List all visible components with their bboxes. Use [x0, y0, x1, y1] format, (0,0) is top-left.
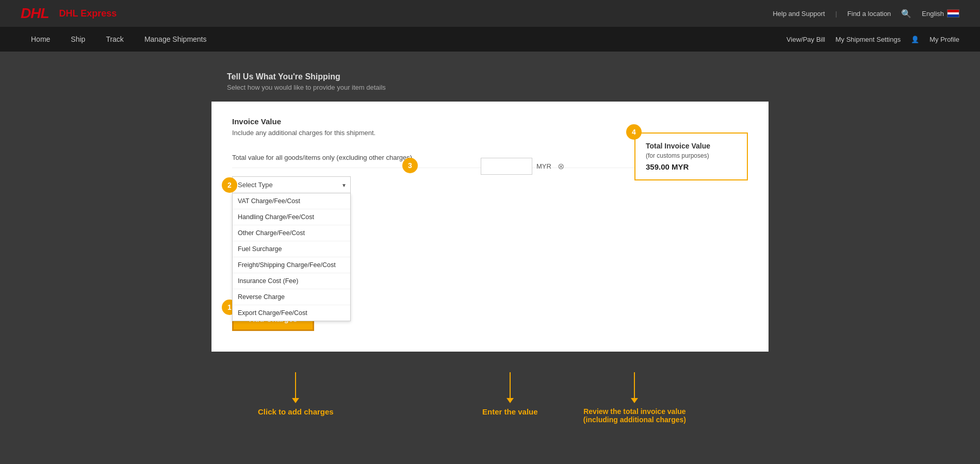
brand-name: DHL Express — [59, 8, 117, 19]
select-type-dropdown[interactable]: Select Type — [232, 176, 351, 193]
flag-icon — [947, 9, 959, 18]
bottom-annotations: Click to add charges Enter the value Rev… — [211, 362, 769, 439]
section-title: Invoice Value — [232, 117, 748, 126]
dropdown-freight[interactable]: Freight/Shipping Charge/Fee/Cost — [233, 257, 350, 273]
view-pay-bill-link[interactable]: View/Pay Bill — [787, 36, 825, 43]
annotation-3: 3 — [402, 158, 418, 173]
dropdown-vat[interactable]: VAT Charge/Fee/Cost — [233, 193, 350, 209]
shipment-settings-link[interactable]: My Shipment Settings — [836, 36, 901, 43]
content-area: Tell Us What You're Shipping Select how … — [211, 62, 769, 443]
annotation-2: 2 — [222, 177, 237, 193]
top-right-nav: Help and Support | Find a location 🔍 Eng… — [773, 9, 959, 19]
nav-manage-shipments[interactable]: Manage Shipments — [134, 27, 217, 52]
goods-label: Total value for all goods/items only (ex… — [232, 154, 699, 161]
dropdown-reverse[interactable]: Reverse Charge — [233, 289, 350, 305]
ann-review-arrow-line — [634, 372, 635, 398]
language-selector[interactable]: English — [922, 9, 959, 18]
separator: | — [835, 10, 837, 18]
dropdown-fuel[interactable]: Fuel Surcharge — [233, 241, 350, 257]
dropdown-menu: VAT Charge/Fee/Cost Handling Charge/Fee/… — [232, 193, 351, 321]
annotation-4: 4 — [626, 124, 642, 140]
dropdown-other[interactable]: Other Charge/Fee/Cost — [233, 225, 350, 241]
value-currency: MYR — [536, 162, 551, 170]
ann-click-add-container: Click to add charges — [258, 372, 334, 416]
ann-enter-arrow-head — [507, 398, 514, 403]
nav-ship[interactable]: Ship — [60, 27, 95, 52]
page-header: Tell Us What You're Shipping Select how … — [211, 62, 769, 102]
ann-review-arrow-head — [631, 398, 638, 403]
search-icon[interactable]: 🔍 — [901, 9, 911, 19]
total-invoice-box: 4 Total Invoice Value (for customs purpo… — [634, 132, 748, 180]
user-icon: 👤 — [911, 36, 919, 43]
nav-left: Home Ship Track Manage Shipments — [21, 27, 217, 52]
nav-home[interactable]: Home — [21, 27, 60, 52]
dropdown-export[interactable]: Export Charge/Fee/Cost — [233, 305, 350, 321]
ann-click-text: Click to add charges — [258, 407, 334, 416]
select-type-wrapper[interactable]: Select Type ▼ VAT Charge/Fee/Cost Handli… — [232, 176, 351, 193]
nav-right: View/Pay Bill My Shipment Settings 👤 My … — [787, 36, 959, 43]
page-subtitle: Select how you would like to provide you… — [227, 84, 753, 91]
nav-bar: Home Ship Track Manage Shipments View/Pa… — [0, 27, 980, 52]
find-location-link[interactable]: Find a location — [847, 10, 891, 18]
ann-review-text: Review the total invoice value(including… — [583, 407, 686, 424]
remove-charge-button[interactable]: ⊗ — [556, 159, 566, 173]
help-support-link[interactable]: Help and Support — [773, 10, 825, 18]
invoice-card: Invoice Value Include any additional cha… — [211, 102, 769, 352]
value-input[interactable] — [481, 158, 532, 175]
logo-area: DHL DHL Express — [21, 5, 117, 22]
lang-label: English — [922, 10, 944, 18]
dropdown-handling[interactable]: Handling Charge/Fee/Cost — [233, 209, 350, 225]
value-input-wrapper: MYR ⊗ — [481, 158, 566, 175]
total-invoice-title: Total Invoice Value — [646, 142, 737, 150]
ann-enter-value-text: Enter the value — [482, 407, 538, 416]
ann-click-arrow-line — [295, 372, 296, 398]
nav-track[interactable]: Track — [95, 27, 134, 52]
ann-enter-value-container: Enter the value — [482, 372, 538, 416]
ann-review-container: Review the total invoice value(including… — [583, 372, 686, 424]
top-bar: DHL DHL Express Help and Support | Find … — [0, 0, 980, 27]
dhl-logo: DHL — [21, 5, 49, 22]
my-profile-link[interactable]: My Profile — [929, 36, 959, 43]
ann-enter-arrow-line — [510, 372, 511, 398]
total-invoice-value: 359.00 MYR — [646, 162, 737, 171]
dropdown-insurance[interactable]: Insurance Cost (Fee) — [233, 273, 350, 289]
main-wrapper: Tell Us What You're Shipping Select how … — [0, 52, 980, 454]
ann-click-arrow-head — [292, 398, 299, 403]
dhl-logo-text: DHL — [21, 5, 49, 22]
page-title: Tell Us What You're Shipping — [227, 72, 753, 81]
total-invoice-subtitle: (for customs purposes) — [646, 152, 737, 159]
dhl-red-text: DHL — [21, 5, 49, 21]
